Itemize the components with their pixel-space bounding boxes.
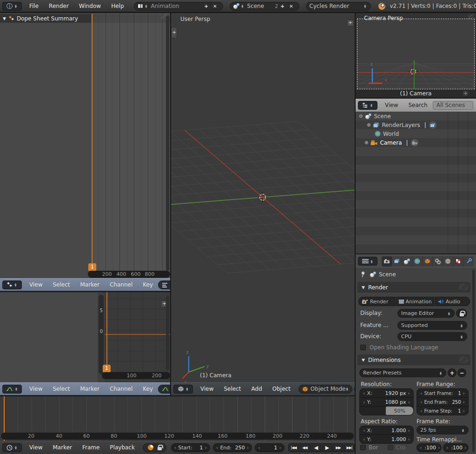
menu-select[interactable]: Select xyxy=(47,386,75,392)
tab-render[interactable] xyxy=(382,256,392,267)
tab-data[interactable] xyxy=(463,256,474,267)
add-preset-button[interactable]: + xyxy=(448,368,456,377)
timeline-frame-scrubber[interactable]: 20 40 60 80 100 120 140 160 180 200 220 … xyxy=(1,433,354,440)
outliner-tree[interactable]: ⊖ Scene ⊕ RenderLayers | World xyxy=(356,112,476,254)
collapse-closed-icon[interactable]: ⊕ xyxy=(367,122,370,127)
osl-checkbox[interactable] xyxy=(360,345,366,350)
tree-item-label[interactable]: Scene xyxy=(374,113,391,120)
screen-layout-selector[interactable]: Animation + ✕ xyxy=(134,2,223,11)
dimensions-panel-header[interactable]: ▼ Dimensions xyxy=(357,354,470,365)
editor-type-button-properties[interactable] xyxy=(358,257,377,266)
viewport-shading-selector[interactable] xyxy=(354,385,355,394)
timeline-content[interactable]: 20 40 60 80 100 120 140 160 180 200 220 … xyxy=(0,396,355,441)
frame-rate-dropdown[interactable]: 25 fps xyxy=(416,426,469,434)
time-sync-icon[interactable] xyxy=(147,444,154,451)
viewport-content[interactable]: User Persp + + z y x (1) Camera xyxy=(171,13,355,382)
jump-to-start-button[interactable]: |◀◀ xyxy=(288,443,299,452)
end-frame-field[interactable]: End: 250 xyxy=(213,443,252,452)
collapse-triangle-icon[interactable]: ▼ xyxy=(3,16,6,21)
tab-scene[interactable] xyxy=(402,256,412,267)
menu-key[interactable]: Key xyxy=(138,281,158,288)
menu-key[interactable]: Key xyxy=(138,386,158,392)
graph-channel-region[interactable] xyxy=(0,292,98,382)
current-frame-field[interactable]: 1 xyxy=(255,443,284,452)
tree-row-renderlayers[interactable]: ⊕ RenderLayers | xyxy=(356,120,476,129)
dope-frame-scrubber[interactable]: 200 400 600 800 xyxy=(88,271,170,278)
panel-collapse-icon[interactable]: ▼ xyxy=(362,358,365,362)
resolution-scale-slider[interactable]: 50% xyxy=(386,407,413,415)
menu-view[interactable]: View xyxy=(24,281,47,288)
scene-selector[interactable]: Scene 2 + ✕ xyxy=(230,2,299,11)
tab-object[interactable] xyxy=(423,256,433,267)
render-panel-header[interactable]: ▼ Render xyxy=(357,282,470,293)
corner-grip[interactable] xyxy=(468,14,475,20)
editor-type-button-outliner[interactable] xyxy=(358,101,377,110)
render-layers-data-icon[interactable] xyxy=(429,121,436,129)
start-frame-field[interactable]: Start Frame: 1 xyxy=(417,389,468,397)
graph-mode-selector[interactable]: F-Curve xyxy=(158,385,170,394)
tree-item-label[interactable]: RenderLayers xyxy=(382,122,420,128)
menu-window[interactable]: Window xyxy=(74,3,106,9)
graph-right-scrollbar[interactable] xyxy=(166,296,169,370)
cursor-3d[interactable] xyxy=(258,192,268,202)
menu-view[interactable]: View xyxy=(24,386,47,392)
dope-current-frame-line[interactable] xyxy=(92,14,93,271)
render-engine-selector[interactable]: Cycles Render xyxy=(306,2,371,11)
properties-region-expand-button[interactable]: + xyxy=(347,20,354,27)
editor-type-button-graph[interactable] xyxy=(2,385,22,394)
lock-icon[interactable] xyxy=(158,445,162,450)
menu-help[interactable]: Help xyxy=(106,3,129,9)
menu-marker[interactable]: Marker xyxy=(75,386,105,392)
graph-curve-area[interactable] xyxy=(105,292,170,382)
tab-physics[interactable] xyxy=(443,256,453,267)
menu-frame[interactable]: Frame xyxy=(77,444,105,451)
tree-item-label[interactable]: World xyxy=(383,131,399,137)
add-layout-button[interactable]: + xyxy=(202,3,211,9)
menu-marker[interactable]: Marker xyxy=(75,281,105,288)
play-button[interactable]: ▶ xyxy=(322,443,332,452)
tree-item-label[interactable]: Camera xyxy=(380,140,402,146)
jump-to-end-button[interactable]: ▶▶| xyxy=(344,443,355,452)
camera-data-icon[interactable] xyxy=(411,139,418,147)
camview-expand-button[interactable]: + xyxy=(463,90,469,96)
collapse-open-icon[interactable]: ⊖ xyxy=(359,114,363,119)
tab-texture[interactable] xyxy=(453,256,463,267)
add-scene-button[interactable]: + xyxy=(278,3,287,9)
interaction-mode-selector[interactable]: Object Mode xyxy=(298,385,352,394)
dope-channel-region[interactable] xyxy=(0,13,91,278)
time-remap-old-field[interactable]: :100 xyxy=(416,443,442,452)
delete-scene-button[interactable]: ✕ xyxy=(287,4,295,9)
breadcrumb-label[interactable]: Scene xyxy=(379,271,396,278)
menu-view[interactable]: View xyxy=(195,386,218,392)
device-dropdown[interactable]: CPU xyxy=(397,332,467,341)
audio-button[interactable]: Audio xyxy=(435,297,470,306)
menu-view[interactable]: View xyxy=(24,444,47,451)
editor-type-button-3d[interactable] xyxy=(173,385,193,394)
dope-mode-selector[interactable]: Dope She xyxy=(158,280,170,289)
camera-preview[interactable]: z x Camera Persp (1) Camera + xyxy=(356,13,476,98)
menu-channel[interactable]: Channel xyxy=(105,386,138,392)
render-presets-dropdown[interactable]: Render Presets xyxy=(359,368,446,377)
menu-channel[interactable]: Channel xyxy=(105,281,138,288)
tree-row-camera[interactable]: ⊕ Camera | xyxy=(356,138,476,147)
tree-row-scene[interactable]: ⊖ Scene xyxy=(356,112,476,120)
border-checkbox[interactable] xyxy=(360,445,366,450)
screen-layout-name[interactable]: Animation xyxy=(151,3,202,9)
panel-collapse-icon[interactable]: ▼ xyxy=(362,285,365,290)
menu-render[interactable]: Render xyxy=(44,3,74,9)
render-button[interactable]: Render xyxy=(358,297,396,306)
display-lock-button[interactable] xyxy=(456,309,467,318)
pin-icon[interactable] xyxy=(360,271,366,278)
remove-preset-button[interactable]: − xyxy=(457,368,466,377)
menu-file[interactable]: File xyxy=(24,3,44,9)
graph-content[interactable]: 5 0 + 1 100 200 xyxy=(0,292,170,382)
next-keyframe-button[interactable]: ▶▶ xyxy=(333,443,344,452)
outliner-filter-selector[interactable]: All Scenes xyxy=(433,101,473,110)
tab-render-layers[interactable] xyxy=(392,256,402,267)
time-remap-new-field[interactable]: :100 xyxy=(443,443,469,452)
tab-constraints[interactable] xyxy=(433,256,443,267)
menu-marker[interactable]: Marker xyxy=(47,444,77,451)
tab-world[interactable] xyxy=(412,256,423,267)
resolution-x-field[interactable]: X: 1920 px xyxy=(360,389,413,397)
menu-add[interactable]: Add xyxy=(246,386,267,392)
